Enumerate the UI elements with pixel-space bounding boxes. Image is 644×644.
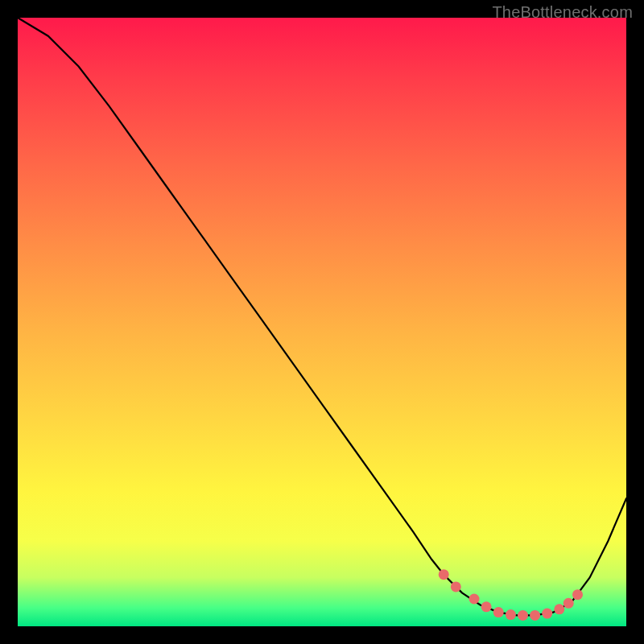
bottleneck-curve-svg	[18, 18, 626, 626]
optimal-marker	[518, 610, 528, 621]
optimal-marker	[481, 601, 492, 612]
optimal-marker	[554, 604, 564, 614]
optimal-marker	[542, 609, 552, 619]
optimal-zone-markers	[439, 569, 583, 621]
optimal-marker	[469, 594, 480, 605]
optimal-marker	[493, 607, 504, 617]
attribution-text: TheBottleneck.com	[492, 3, 633, 22]
optimal-marker	[564, 598, 574, 609]
optimal-marker	[439, 569, 449, 580]
optimal-marker	[530, 610, 540, 621]
optimal-marker	[506, 609, 516, 620]
optimal-marker	[572, 589, 583, 600]
plot-area	[18, 18, 626, 626]
optimal-marker	[451, 581, 461, 592]
bottleneck-curve	[18, 18, 626, 615]
